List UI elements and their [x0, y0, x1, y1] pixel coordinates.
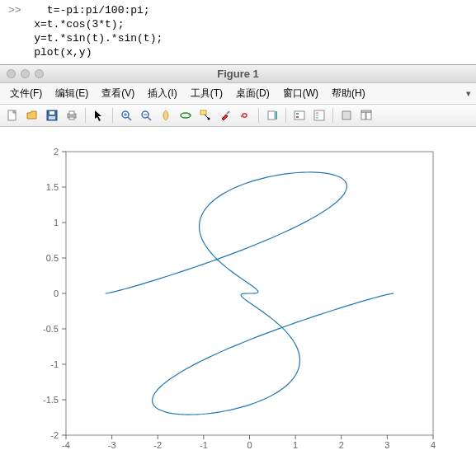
link-data-button[interactable]: ▾: [236, 106, 254, 124]
x-tick-label: 4: [431, 440, 436, 450]
zoom-in-button[interactable]: [117, 106, 135, 124]
code-line-2: x=t.*cos(3*t);: [34, 18, 124, 30]
svg-rect-30: [361, 112, 365, 120]
svg-rect-15: [200, 110, 206, 115]
x-tick-label: -4: [62, 440, 70, 450]
x-tick-label: 3: [384, 440, 389, 450]
svg-rect-29: [342, 111, 351, 120]
zoom-window-icon[interactable]: [35, 69, 44, 78]
titlebar[interactable]: Figure 1: [0, 65, 476, 83]
legend-colorbar-button[interactable]: [310, 106, 328, 124]
y-tick-label: -1.5: [43, 395, 59, 405]
x-tick-label: -2: [153, 440, 162, 450]
menu-help[interactable]: 帮助(H): [325, 85, 372, 102]
code-line-3: y=t.*sin(t).*sin(t);: [34, 32, 163, 45]
close-window-icon[interactable]: [7, 69, 16, 78]
data-cursor-button[interactable]: [196, 106, 214, 124]
y-tick-label: 2: [54, 147, 59, 157]
y-tick-label: -1: [50, 359, 59, 369]
figure-window: Figure 1 文件(F) 编辑(E) 查看(V) 插入(I) 工具(T) 桌…: [0, 64, 476, 450]
show-plot-tools-button[interactable]: [357, 106, 375, 124]
toolbar: ▾: [0, 105, 476, 127]
menubar: 文件(F) 编辑(E) 查看(V) 插入(I) 工具(T) 桌面(D) 窗口(W…: [0, 83, 476, 105]
menu-window[interactable]: 窗口(W): [276, 85, 325, 102]
x-tick-label: 2: [339, 440, 344, 450]
code-line-1: t=-pi:pi/100:pi;: [47, 4, 150, 16]
x-tick-label: -1: [200, 440, 208, 450]
prompt: >>: [8, 4, 21, 16]
hide-plot-tools-button[interactable]: [337, 106, 356, 124]
y-tick-label: 0: [54, 288, 59, 298]
save-button[interactable]: [43, 106, 61, 124]
svg-rect-31: [366, 112, 371, 120]
edit-plot-button[interactable]: [90, 106, 108, 124]
svg-rect-32: [361, 110, 371, 112]
svg-line-12: [148, 117, 151, 120]
y-tick-label: 1: [54, 218, 59, 227]
y-tick-label: -2: [50, 430, 59, 440]
axes[interactable]: -2-1.5-1-0.500.511.52-4-3-2-101234: [0, 127, 476, 450]
code-line-4: plot(x,y): [34, 46, 92, 59]
svg-rect-25: [314, 110, 324, 120]
svg-rect-3: [49, 116, 55, 120]
svg-rect-6: [69, 117, 74, 120]
menu-tools[interactable]: 工具(T): [184, 85, 229, 102]
menu-expand-icon[interactable]: ▾: [466, 88, 471, 99]
svg-rect-24: [296, 116, 299, 118]
menu-file[interactable]: 文件(F): [3, 85, 49, 102]
svg-rect-2: [49, 111, 54, 115]
new-file-button[interactable]: [3, 106, 21, 124]
menu-edit[interactable]: 编辑(E): [49, 85, 95, 102]
svg-rect-22: [295, 111, 304, 120]
x-tick-label: -3: [108, 440, 116, 450]
toolbar-separator: [285, 108, 286, 123]
brush-button[interactable]: [216, 106, 234, 124]
x-tick-label: 0: [247, 440, 252, 450]
toolbar-separator: [85, 108, 86, 123]
rotate-3d-button[interactable]: [177, 106, 195, 124]
svg-rect-23: [296, 113, 299, 115]
svg-rect-20: [268, 111, 275, 120]
minimize-window-icon[interactable]: [21, 69, 30, 78]
open-file-button[interactable]: [23, 106, 41, 124]
menu-view[interactable]: 查看(V): [95, 85, 141, 102]
window-controls: [0, 69, 44, 78]
svg-line-18: [227, 111, 229, 114]
plot-svg: -2-1.5-1-0.500.511.52-4-3-2-101234: [0, 127, 476, 450]
y-tick-label: 0.5: [46, 253, 59, 263]
x-tick-label: 1: [293, 440, 298, 450]
menu-insert[interactable]: 插入(I): [141, 85, 183, 102]
svg-line-8: [128, 117, 131, 120]
code-editor: >> t=-pi:pi/100:pi; x=t.*cos(3*t); y=t.*…: [0, 0, 476, 64]
y-tick-label: 1.5: [46, 182, 59, 192]
insert-colorbar-button[interactable]: [263, 106, 281, 124]
zoom-out-button[interactable]: [137, 106, 155, 124]
menu-desktop[interactable]: 桌面(D): [229, 85, 276, 102]
window-title: Figure 1: [0, 68, 476, 80]
print-button[interactable]: [63, 106, 81, 124]
svg-rect-21: [276, 111, 277, 120]
svg-rect-5: [69, 111, 74, 115]
insert-legend-button[interactable]: [290, 106, 309, 124]
toolbar-separator: [332, 108, 333, 123]
toolbar-separator: [112, 108, 113, 123]
toolbar-separator: [258, 108, 259, 123]
pan-button[interactable]: [157, 106, 175, 124]
y-tick-label: -0.5: [43, 324, 59, 334]
svg-point-17: [208, 118, 210, 120]
